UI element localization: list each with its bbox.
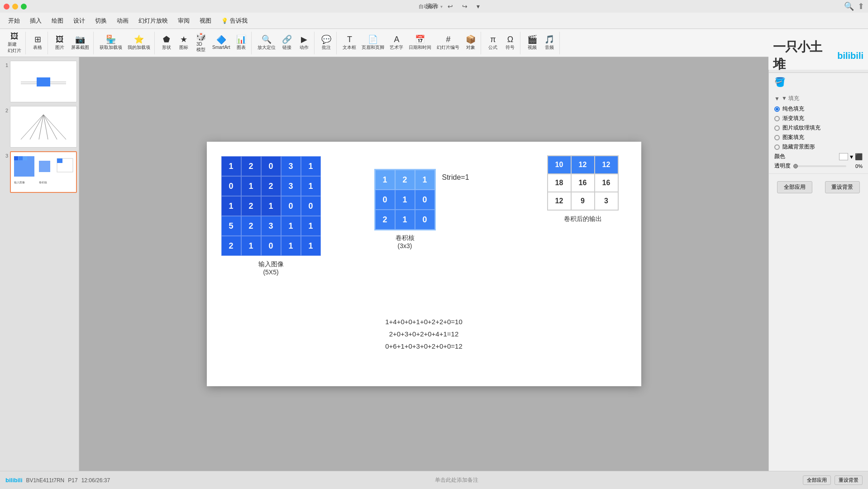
menu-design[interactable]: 设计: [69, 15, 90, 27]
k-0-2: 1: [415, 170, 435, 190]
toolbar-new-slide-group: 🖼 新建幻灯片: [4, 32, 26, 54]
slide-thumb-3[interactable]: 输入图像 卷积核: [10, 151, 77, 193]
opacity-slider[interactable]: [793, 165, 846, 167]
my-addins-button[interactable]: ⭐ 我的加载项: [125, 33, 153, 53]
slide-content: 1 2 0 3 1 0 1 2 3 1 1 2 1: [207, 142, 641, 386]
datetime-button[interactable]: 📅 日期和时间: [406, 33, 434, 53]
image-button[interactable]: 🖼 图片: [52, 33, 68, 53]
menu-start[interactable]: 开始: [4, 15, 24, 27]
fill-option-gradient[interactable]: 渐变填充: [774, 115, 863, 122]
o-2-2: 3: [595, 192, 618, 210]
close-button[interactable]: [4, 4, 10, 10]
menu-help[interactable]: 💡 告诉我: [217, 15, 252, 27]
table-button[interactable]: ⊞ 表格: [29, 33, 46, 53]
stride-label: Stride=1: [442, 173, 469, 182]
toolbar-media-group: 🎬 视频 🎵 音频: [522, 32, 560, 54]
paint-bucket-icon[interactable]: 🪣: [769, 73, 868, 91]
toolbar-redo[interactable]: ↪: [462, 3, 467, 10]
search-icon[interactable]: 🔍: [844, 1, 854, 11]
fill-option-pattern[interactable]: 图案填充: [774, 134, 863, 141]
3d-model-button[interactable]: 🎲 3D模型: [193, 33, 209, 53]
fill-section-title[interactable]: ▼ ▼ 填充: [774, 95, 863, 102]
zoom-button[interactable]: 🔍 放大定位: [255, 33, 278, 53]
toolbar-dropdown[interactable]: ▾: [477, 3, 480, 10]
action-button[interactable]: ▶ 动作: [296, 33, 312, 53]
reset-background-button[interactable]: 重设背景: [825, 181, 860, 193]
radio-gradient: [774, 116, 780, 121]
menu-draw[interactable]: 绘图: [47, 15, 68, 27]
new-slide-button[interactable]: 🖼 新建幻灯片: [5, 33, 24, 53]
cell-0-4: 1: [301, 156, 321, 176]
equation-button[interactable]: π 公式: [485, 33, 501, 53]
o-0-1: 12: [571, 156, 595, 174]
opacity-label: 透明度: [774, 162, 791, 170]
toolbar-addins-group: 🏪 获取加载项 ⭐ 我的加载项: [95, 32, 155, 54]
opacity-row: 透明度 0%: [774, 162, 863, 170]
toolbar-links-group: 🔍 放大定位 🔗 链接 ▶ 动作: [253, 32, 315, 54]
input-matrix-label: 输入图像 (5X5): [220, 260, 322, 276]
audio-button[interactable]: 🎵 音频: [541, 33, 558, 53]
video-button[interactable]: 🎬 视频: [524, 33, 540, 53]
kernel-matrix-grid: 1 2 1 0 1 0 2 1 0: [374, 169, 436, 230]
slide-thumb-2[interactable]: [10, 106, 77, 148]
screenshot-button[interactable]: 📷 屏幕截图: [69, 33, 91, 53]
toolbar-table-group: ⊞ 表格: [28, 32, 48, 54]
object-button[interactable]: 📦 对象: [463, 33, 479, 53]
statusbar-center: 单击此处添加备注: [435, 476, 478, 484]
header-footer-button[interactable]: 📄 页眉和页脚: [359, 33, 386, 53]
slide-number-button[interactable]: # 幻灯片编号: [434, 33, 462, 53]
menu-animation[interactable]: 动画: [112, 15, 133, 27]
wordart-button[interactable]: A 艺术字: [387, 33, 405, 53]
slide-panel: 1 2: [0, 57, 79, 471]
o-2-0: 12: [548, 192, 571, 210]
apply-all-status-button[interactable]: 全部应用: [803, 475, 831, 485]
color-picker-icon[interactable]: ▾: [850, 153, 853, 160]
smartart-button[interactable]: 🔷 SmartArt: [210, 33, 232, 53]
cell-3-1: 2: [241, 216, 261, 236]
radio-hide: [774, 144, 780, 150]
share-icon[interactable]: ⬆: [858, 1, 864, 11]
color-swatch[interactable]: [839, 153, 848, 160]
maximize-button[interactable]: [21, 4, 27, 10]
shapes-button[interactable]: ⬟ 形状: [158, 33, 175, 53]
slide-thumb-1[interactable]: [10, 61, 77, 102]
menu-review[interactable]: 审阅: [173, 15, 194, 27]
slide-number-2: 2: [2, 108, 8, 113]
menu-slideshow[interactable]: 幻灯片放映: [134, 15, 172, 27]
link-button[interactable]: 🔗 链接: [279, 33, 295, 53]
fill-option-hide[interactable]: 隐藏背景图形: [774, 143, 863, 151]
symbol-button[interactable]: Ω 符号: [502, 33, 518, 53]
menu-insert[interactable]: 插入: [25, 15, 46, 27]
menu-transition[interactable]: 切换: [91, 15, 111, 27]
chart-button[interactable]: 📊 图表: [233, 33, 249, 53]
reset-background-status-button[interactable]: 重设背景: [835, 475, 863, 485]
fill-option-solid[interactable]: 纯色填充: [774, 105, 863, 113]
svg-text:卷积核: 卷积核: [39, 181, 47, 184]
cell-2-4: 0: [301, 196, 321, 216]
get-addins-button[interactable]: 🏪 获取加载项: [97, 33, 124, 53]
calc-2: 2+0+3+0+2+0+4+1=12: [385, 330, 463, 338]
color-fill-button[interactable]: ⬛: [855, 153, 863, 160]
output-label: 卷积后的输出: [547, 215, 619, 223]
toolbar-undo[interactable]: ↩: [448, 3, 453, 10]
timestamp: 12:06/26:37: [81, 477, 110, 484]
slide-number-1: 1: [2, 62, 8, 68]
menu-view[interactable]: 视图: [195, 15, 216, 27]
slide-number-3: 3: [2, 153, 8, 158]
minimize-button[interactable]: [12, 4, 18, 10]
cell-4-3: 1: [281, 236, 301, 256]
apply-buttons: 全部应用 重设背景: [769, 174, 868, 201]
slide-canvas: 1 2 0 3 1 0 1 2 3 1 1 2 1: [207, 142, 641, 386]
comment-button[interactable]: 💬 批注: [318, 33, 334, 53]
apply-all-button[interactable]: 全部应用: [777, 181, 812, 193]
cell-4-4: 1: [301, 236, 321, 256]
cell-0-0: 1: [221, 156, 241, 176]
fill-option-picture[interactable]: 图片或纹理填充: [774, 124, 863, 132]
color-controls[interactable]: ▾ ⬛: [839, 153, 863, 160]
textbox-button[interactable]: T 文本框: [340, 33, 358, 53]
o-0-2: 12: [595, 156, 618, 174]
canvas-area[interactable]: 1 2 0 3 1 0 1 2 3 1 1 2 1: [79, 57, 768, 471]
note-placeholder[interactable]: 单击此处添加备注: [435, 476, 478, 484]
icons-button[interactable]: ★ 图标: [176, 33, 192, 53]
cell-2-2: 1: [261, 196, 281, 216]
